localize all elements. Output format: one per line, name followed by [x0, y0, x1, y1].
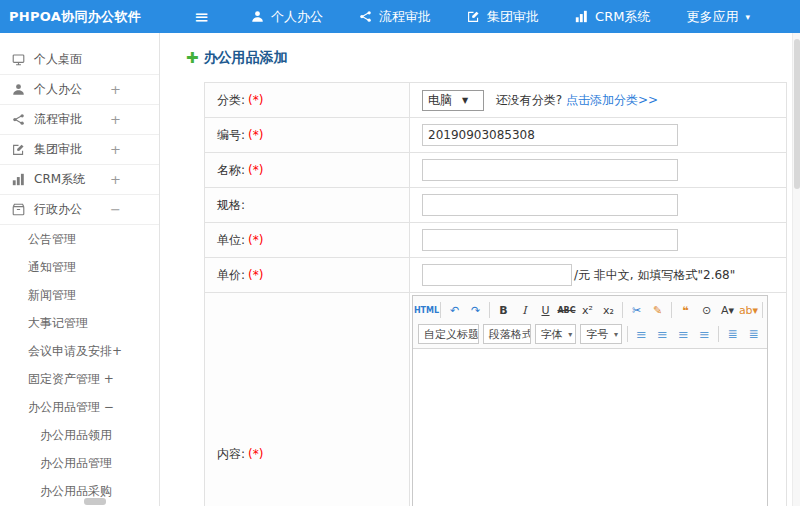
collapse-indicator[interactable]: − — [110, 202, 121, 217]
undo-button[interactable]: ↶ — [445, 300, 464, 320]
subscript-button[interactable]: x₂ — [599, 300, 618, 320]
sidebar-item-memorabilia-mgmt[interactable]: 大事记管理 — [0, 309, 159, 337]
price-input[interactable] — [422, 264, 572, 286]
toolbar-separator — [440, 302, 441, 318]
caret-down-icon: ▼ — [462, 96, 468, 105]
strikethrough-button[interactable]: ABC — [557, 300, 576, 320]
sidebar-scrollbar-thumb[interactable] — [84, 498, 106, 505]
sidebar-item-label: 行政办公 — [34, 201, 82, 218]
editor-toolbar: HTML ↶ ↷ B I U ABC x² x₂ — [413, 296, 767, 349]
sidebar-item-supplies-purchase[interactable]: 办公用品采购 — [0, 477, 159, 505]
form-row-spec: 规格: — [205, 188, 787, 223]
form-row-unit: 单位:(*) — [205, 223, 787, 258]
sidebar-item-personal-office[interactable]: 个人办公 + — [0, 75, 159, 105]
expand-indicator[interactable]: + — [110, 82, 121, 97]
align-left-button[interactable]: ≡ — [632, 324, 651, 344]
vertical-scrollbar-thumb[interactable] — [794, 39, 800, 189]
sidebar-item-label: 办公用品管理 − — [28, 399, 114, 416]
paragraph-format-select[interactable]: 段落格式▾ — [483, 324, 531, 344]
sidebar-item-label: 办公用品管理 — [40, 455, 112, 472]
form-row-code: 编号:(*) — [205, 118, 787, 153]
edit-icon — [12, 143, 25, 156]
desktop-icon — [12, 53, 25, 66]
font-size-value: 字号 — [586, 327, 608, 342]
redo-button[interactable]: ↷ — [466, 300, 485, 320]
main-menu: 个人办公 流程审批 集团审批 CRM系统 更多应用 ▾ — [251, 8, 786, 26]
sidebar-item-news-mgmt[interactable]: 新闻管理 — [0, 281, 159, 309]
align-center-button[interactable]: ≡ — [653, 324, 672, 344]
form-row-content: 内容:(*) HTML ↶ ↷ B I — [205, 293, 787, 506]
blockquote-button[interactable]: ❝ — [676, 300, 695, 320]
nav-item-personal-office[interactable]: 个人办公 — [251, 8, 323, 26]
ordered-list-button[interactable]: ≣ — [744, 324, 763, 344]
spec-input[interactable] — [422, 194, 678, 216]
nav-item-more-apps[interactable]: 更多应用 ▾ — [686, 8, 750, 26]
sidebar-item-office-supplies-mgmt[interactable]: 办公用品管理 − — [0, 393, 159, 421]
font-family-select[interactable]: 字体▾ — [535, 324, 577, 344]
vertical-scrollbar[interactable] — [792, 33, 800, 506]
superscript-button[interactable]: x² — [578, 300, 597, 320]
page-title: ✚ 办公用品添加 — [186, 49, 800, 67]
app-logo: PHPOA协同办公软件 — [0, 8, 168, 26]
editor-content-area[interactable] — [413, 349, 767, 506]
category-select[interactable]: 电脑 ▼ — [422, 90, 484, 111]
align-justify-button[interactable]: ≡ — [695, 324, 714, 344]
field-label: 分类: — [217, 93, 245, 107]
insert-time-button[interactable]: ⊙ — [697, 300, 716, 320]
sidebar-item-crm[interactable]: CRM系统 + — [0, 165, 159, 195]
editor-toolbar-row2: 自定义标题▾ 段落格式▾ 字体▾ 字号▾ ≡ ≡ ≡ ≡ ≣ — [416, 322, 764, 346]
nav-item-label: 集团审批 — [487, 8, 539, 26]
expand-indicator[interactable]: + — [110, 112, 121, 127]
bold-button[interactable]: B — [494, 300, 513, 320]
font-size-select[interactable]: 字号▾ — [580, 324, 622, 344]
sidebar-item-group-approval[interactable]: 集团审批 + — [0, 135, 159, 165]
format-brush-button[interactable]: ✎ — [648, 300, 667, 320]
spec-label-cell: 规格: — [205, 188, 410, 223]
font-color-button[interactable]: A▾ — [718, 300, 737, 320]
caret-down-icon: ▾ — [745, 12, 750, 22]
unit-label-cell: 单位:(*) — [205, 223, 410, 258]
unordered-list-button[interactable]: ≣ — [723, 324, 742, 344]
expand-indicator[interactable]: + — [110, 142, 121, 157]
caret-down-icon: ▾ — [614, 330, 618, 339]
sidebar-item-fixed-assets-mgmt[interactable]: 固定资产管理 + — [0, 365, 159, 393]
unit-input[interactable] — [422, 229, 678, 251]
sidebar-item-notice-mgmt[interactable]: 通知管理 — [0, 253, 159, 281]
editor-toolbar-row1: HTML ↶ ↷ B I U ABC x² x₂ — [416, 298, 764, 322]
source-code-button[interactable]: HTML — [417, 300, 436, 320]
add-category-link[interactable]: 点击添加分类>> — [566, 93, 658, 107]
category-selected-value: 电脑 — [428, 92, 452, 109]
rich-text-editor: HTML ↶ ↷ B I U ABC x² x₂ — [412, 295, 768, 506]
toolbar-separator — [762, 302, 763, 318]
sidebar-item-announcement-mgmt[interactable]: 公告管理 — [0, 225, 159, 253]
edit-icon — [467, 10, 480, 23]
code-input[interactable] — [422, 124, 678, 146]
sidebar-item-supplies-claim[interactable]: 办公用品领用 — [0, 421, 159, 449]
align-right-button[interactable]: ≡ — [674, 324, 693, 344]
highlight-color-button[interactable]: ab▾ — [739, 300, 758, 320]
field-label: 内容: — [217, 447, 245, 461]
code-label-cell: 编号:(*) — [205, 118, 410, 153]
sidebar-item-meeting-request[interactable]: 会议申请及安排+ — [0, 337, 159, 365]
sidebar-item-admin-office[interactable]: 行政办公 − — [0, 195, 159, 225]
field-label: 单价: — [217, 268, 245, 282]
sidebar-item-workflow-approval[interactable]: 流程审批 + — [0, 105, 159, 135]
content-label-cell: 内容:(*) — [205, 293, 410, 506]
italic-button[interactable]: I — [515, 300, 534, 320]
sidebar-item-label: 大事记管理 — [28, 315, 88, 332]
required-mark: (*) — [248, 233, 263, 247]
sidebar-item-personal-desktop[interactable]: 个人桌面 — [0, 45, 159, 75]
nav-item-crm[interactable]: CRM系统 — [575, 8, 650, 26]
cut-button[interactable]: ✂ — [627, 300, 646, 320]
sidebar-item-label: 通知管理 — [28, 259, 76, 276]
underline-button[interactable]: U — [536, 300, 555, 320]
menu-toggle-icon[interactable]: ≡ — [194, 8, 209, 26]
nav-item-workflow-approval[interactable]: 流程审批 — [359, 8, 431, 26]
heading-select[interactable]: 自定义标题▾ — [418, 324, 479, 344]
chart-icon — [12, 173, 25, 186]
nav-item-group-approval[interactable]: 集团审批 — [467, 8, 539, 26]
category-label-cell: 分类:(*) — [205, 83, 410, 118]
sidebar-item-supplies-manage[interactable]: 办公用品管理 — [0, 449, 159, 477]
name-input[interactable] — [422, 159, 678, 181]
expand-indicator[interactable]: + — [110, 172, 121, 187]
